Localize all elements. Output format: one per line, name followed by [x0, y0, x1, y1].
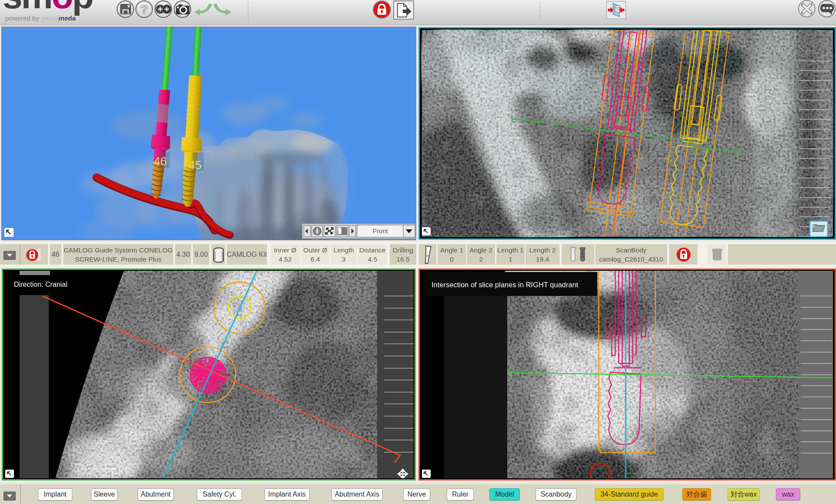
svg-text:Front: Front: [373, 227, 388, 235]
svg-text:45: 45: [189, 159, 202, 172]
svg-text:Direction: Cranial: Direction: Cranial: [14, 281, 67, 288]
svg-text:46: 46: [154, 155, 167, 168]
svg-text:?: ?: [140, 3, 148, 16]
svg-text:Intersection of slice planes i: Intersection of slice planes in RIGHT qu…: [431, 281, 579, 289]
